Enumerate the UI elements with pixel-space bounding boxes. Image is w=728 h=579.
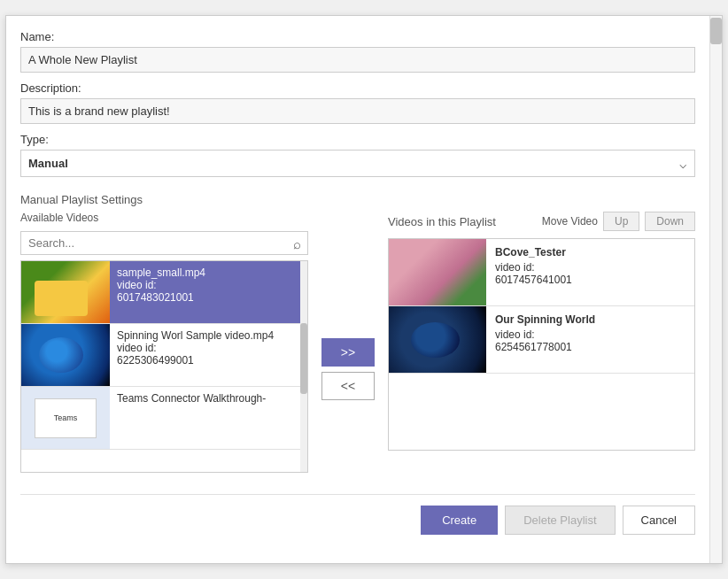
scrollbar[interactable] [709, 16, 722, 563]
list-item[interactable]: Our Spinning World video id: 62545617780… [389, 306, 694, 374]
dialog-footer: Create Delete Playlist Cancel [20, 494, 695, 535]
playlist-thumbnail [389, 306, 486, 373]
move-down-button[interactable]: Down [645, 212, 695, 231]
video-title: Teams Connector Walkthrough- [117, 392, 300, 405]
list-item[interactable]: BCove_Tester video id: 6017457641001 [389, 239, 694, 306]
playlist-video-id-value: 6254561778001 [495, 341, 685, 353]
type-select[interactable]: Manual Smart [20, 150, 695, 177]
left-panel: Available Videos ⌕ sample_small.mp4 vide… [20, 212, 308, 473]
playlist-video-id-label: video id: [495, 328, 685, 341]
list-item[interactable]: Teams Teams Connector Walkthrough- [21, 387, 307, 450]
videos-in-playlist-label: Videos in this Playlist [388, 215, 496, 228]
playlist-video-title: Our Spinning World [495, 313, 685, 326]
video-info: sample_small.mp4 video id: 6017483021001 [110, 261, 307, 323]
playlist-video-title: BCove_Tester [495, 246, 685, 259]
playlist-info: BCove_Tester video id: 6017457641001 [486, 239, 694, 305]
delete-playlist-button[interactable]: Delete Playlist [505, 506, 615, 535]
teams-thumbnail-inner: Teams [35, 398, 97, 438]
create-button[interactable]: Create [421, 506, 498, 535]
video-info: Teams Connector Walkthrough- [110, 387, 307, 449]
available-videos-label: Available Videos [20, 212, 308, 224]
add-to-playlist-button[interactable]: >> [321, 338, 375, 367]
type-label: Type: [20, 133, 695, 146]
video-id-label: video id: [117, 279, 300, 291]
right-panel-header: Videos in this Playlist Move Video Up Do… [388, 212, 695, 231]
robot-thumbnail [21, 261, 110, 323]
list-item[interactable]: Spinning Worl Sample video.mp4 video id:… [21, 324, 307, 387]
playlist-thumbnail [389, 239, 486, 305]
right-panel: Videos in this Playlist Move Video Up Do… [388, 212, 695, 473]
move-up-button[interactable]: Up [603, 212, 639, 231]
cancel-button[interactable]: Cancel [623, 506, 695, 535]
scrollbar-thumb [710, 18, 722, 44]
search-box-wrapper: ⌕ [20, 231, 308, 255]
video-thumbnail [21, 261, 110, 323]
middle-panel: >> << [317, 212, 379, 473]
list-item[interactable]: sample_small.mp4 video id: 6017483021001 [21, 261, 307, 324]
move-video-label: Move Video [542, 215, 598, 228]
description-input[interactable] [20, 98, 695, 124]
earth-thumbnail [21, 324, 110, 386]
move-video-controls: Move Video Up Down [542, 212, 695, 231]
section-title: Manual Playlist Settings [20, 193, 695, 206]
teams-thumbnail: Teams [21, 387, 110, 449]
video-id-value: 6017483021001 [117, 291, 300, 304]
dialog: Name: Description: Type: Manual Smart ⌵ … [5, 15, 723, 564]
search-input[interactable] [20, 231, 308, 255]
video-title: sample_small.mp4 [117, 266, 300, 279]
video-title: Spinning Worl Sample video.mp4 [117, 329, 300, 342]
playlist-list: BCove_Tester video id: 6017457641001 Our… [388, 238, 695, 451]
video-info: Spinning Worl Sample video.mp4 video id:… [110, 324, 307, 386]
video-thumbnail: Teams [21, 387, 110, 449]
name-label: Name: [20, 30, 695, 43]
description-label: Description: [20, 81, 695, 95]
pink-thumbnail [389, 239, 486, 305]
list-scrollbar-thumb [300, 323, 307, 394]
playlist-video-id-label: video id: [495, 261, 685, 274]
playlist-info: Our Spinning World video id: 62545617780… [486, 306, 694, 373]
type-select-wrapper: Manual Smart ⌵ [20, 150, 695, 177]
remove-from-playlist-button[interactable]: << [321, 372, 375, 400]
video-list: sample_small.mp4 video id: 6017483021001… [20, 260, 308, 473]
earth2-thumbnail [389, 306, 486, 373]
video-id-label: video id: [117, 342, 300, 354]
video-id-value: 6225306499001 [117, 354, 300, 367]
video-thumbnail [21, 324, 110, 386]
list-scrollbar[interactable] [300, 261, 307, 472]
playlist-video-id-value: 6017457641001 [495, 274, 685, 286]
name-input[interactable] [20, 47, 695, 73]
